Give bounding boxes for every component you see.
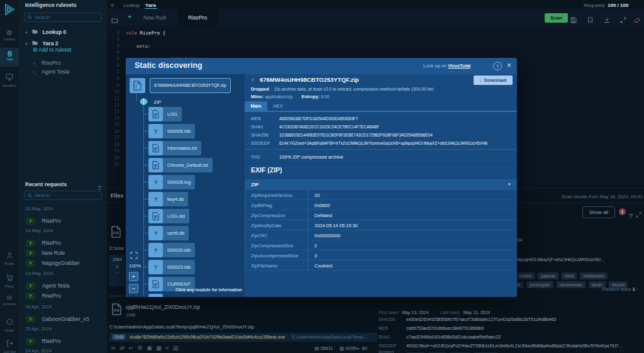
file-description: Dropped │ Zip archive data, at least v2.… xyxy=(251,87,513,91)
doc-icon: ▤ xyxy=(314,345,319,351)
add-to-ruleset-button[interactable]: ⊞ Add to ruleset xyxy=(33,47,71,53)
zoom-out-button[interactable]: − xyxy=(129,284,138,293)
hamburger-icon[interactable]: ≡ xyxy=(111,2,114,8)
tree-tick xyxy=(143,199,148,199)
process-row[interactable]: 3948 dca8e7825b85a9c21b5cb1290c98ca201b7… xyxy=(109,333,377,342)
download-button[interactable]: ↓Download xyxy=(474,76,513,85)
nav-tab-yara[interactable]: Yara xyxy=(145,3,156,8)
tree-node-partial[interactable] xyxy=(148,294,163,297)
tab-underline xyxy=(245,111,517,112)
sidebar-item-plans[interactable]: Plans xyxy=(0,272,19,288)
anyrun-logo-icon[interactable] xyxy=(3,3,16,19)
tab-hex[interactable]: HEX xyxy=(267,101,289,111)
exif-group-row[interactable]: ZIP ▾ xyxy=(245,179,517,190)
unknown-file-icon: ? xyxy=(148,226,163,240)
bookmark-icon[interactable] xyxy=(587,14,593,26)
tree-connector xyxy=(143,106,144,297)
sidebar-item-contacts[interactable]: ✉ Contacts xyxy=(0,294,19,306)
tree-node[interactable]: Chrome_Default.txt xyxy=(148,158,213,172)
download-icon[interactable] xyxy=(604,14,610,26)
rulesets-title: Intelligence rulesets xyxy=(25,2,77,8)
recent-item[interactable]: Y GaboonGrabber_v3 xyxy=(26,312,89,323)
hash-value: ee50e626049258556fb7f57aecf73d8da8e127f1… xyxy=(406,317,644,322)
sidebar-item-logout[interactable]: Log Out xyxy=(0,338,19,353)
show-all-button[interactable]: Show all xyxy=(582,206,615,218)
hash-label: MD5 xyxy=(379,326,388,330)
nav-tab-lookup[interactable]: Lookup xyxy=(123,3,140,8)
sidebar-item-sandbox[interactable]: Sandbox xyxy=(0,72,19,88)
tab-risepro[interactable]: RisePro xyxy=(177,9,218,26)
file-actions-toolbar[interactable]: ☠ ⇄ ↩ ⚙ ▣ ▦ × ▤ xyxy=(111,345,180,351)
doc-file-icon xyxy=(148,209,163,223)
recent-item[interactable]: Y RisePro xyxy=(26,214,61,225)
hash-value: A65D961BE7DFD182544D000D49DEB3F7 xyxy=(279,116,514,121)
sidebar-item-profile[interactable]: Profile xyxy=(0,250,19,266)
svg-text:EXE: EXE xyxy=(114,309,119,312)
tag[interactable]: purecrypter xyxy=(526,281,553,288)
process-name: dca8e7825b85a9c21b5cb1290c98ca201b7029fa… xyxy=(130,335,288,339)
alert-badge: 1 xyxy=(619,208,626,215)
filter-icon[interactable] xyxy=(628,210,634,221)
rule-row-agent-tesla[interactable]: >_ Agent Tesla xyxy=(33,65,69,76)
tab-main[interactable]: Main xyxy=(245,101,267,111)
recent-item[interactable]: Y NagogyGrabber xyxy=(26,256,80,267)
recent-item[interactable]: Y RisePro xyxy=(26,334,61,345)
tab-new-rule[interactable]: New Rule xyxy=(143,14,167,21)
unknown-file-icon: ? xyxy=(148,124,163,138)
truncated-path: C:\Use xyxy=(109,245,124,251)
sidebar-item-lookup[interactable]: ⚙ Lookup xyxy=(0,29,19,45)
help-icon[interactable]: ? xyxy=(493,62,502,70)
tree-node[interactable]: ? key4.db xyxy=(148,192,188,206)
close-icon[interactable]: × xyxy=(507,62,511,69)
hash-value: cab5753ac67d1db8aec38467913668b0 xyxy=(406,326,644,330)
tree-node[interactable]: ? cert9.db xyxy=(148,226,189,240)
tree-tick xyxy=(143,284,148,284)
tree-node[interactable]: ? 000026.log xyxy=(148,175,195,189)
related-tasks-link[interactable]: Related tasks 1 › xyxy=(602,286,638,292)
rulesets-search-input[interactable] xyxy=(35,14,98,20)
dropped-file-name[interactable]: cjq8hHw21jXoi_ZiX0DnoUY.zip xyxy=(126,304,200,310)
dropped-file-path: C:\Users\admin\AppData\Local\Temp\cjq8hH… xyxy=(109,324,374,330)
yara-badge: Y xyxy=(26,293,35,300)
folder-row-lookup[interactable]: ▾ Lookup 0 xyxy=(25,25,66,36)
tree-node[interactable]: information.txt xyxy=(148,141,201,155)
hash-value: 4CC81DB7A0811ECC1023C24CE79EC14F7ECAB48F xyxy=(279,125,514,129)
rulesets-search[interactable] xyxy=(24,13,102,22)
save-icon[interactable] xyxy=(570,14,577,26)
eraser-icon[interactable] xyxy=(634,14,641,26)
open-folder-icon[interactable] xyxy=(111,14,118,26)
recent-item[interactable]: Y RisePro xyxy=(26,289,61,300)
tree-tick xyxy=(143,233,148,233)
modal-title: Static discovering xyxy=(135,61,203,70)
scan-button[interactable]: Scan xyxy=(545,13,568,23)
hash-label: SHA1 xyxy=(251,124,264,130)
zoom-in-button[interactable]: + xyxy=(129,272,138,281)
exif-column-divider xyxy=(245,190,245,271)
process-card[interactable]: 2064 ☠ ‹— xyxy=(109,255,125,286)
files-section-title: Files xyxy=(111,193,124,199)
virustotal-link[interactable]: Look up on VirusTotal xyxy=(423,63,470,69)
tree-node[interactable]: ? 000020.ldb xyxy=(148,243,195,257)
stat-windows: ▥ 4295 xyxy=(340,345,356,351)
recent-search-input[interactable] xyxy=(35,193,98,198)
tree-node[interactable]: ? 000005.ldb xyxy=(148,124,195,138)
sidebar-item-yara[interactable]: {\} Yara xyxy=(0,48,19,67)
related-label: Related xyxy=(379,350,394,353)
sidebar-item-guide[interactable]: i Guide xyxy=(0,317,19,332)
tree-root-node[interactable]: 676MW4oUHH98CBTO253YTQF.zip xyxy=(130,78,231,93)
recent-date: 14 May, 2024 xyxy=(25,228,53,233)
tree-node[interactable]: ? 000023.ldb xyxy=(148,260,195,274)
monitor-icon xyxy=(0,72,19,83)
new-tab-plus-icon[interactable]: + xyxy=(128,13,131,20)
tree-node[interactable]: LOG.old xyxy=(148,209,189,223)
recent-title: Recent requests xyxy=(25,181,67,188)
hash-label: SSDEEP xyxy=(379,344,396,348)
expand-icon[interactable] xyxy=(636,209,641,220)
tag[interactable]: ransomware xyxy=(557,281,586,288)
chevron-down-icon: ▾ xyxy=(508,182,511,187)
fit-screen-icon[interactable] xyxy=(130,250,138,262)
expand-icon[interactable] xyxy=(620,14,626,26)
recent-search[interactable] xyxy=(24,191,102,200)
tree-node[interactable]: LOG xyxy=(148,107,182,121)
exif-row: ZipRequiredVersion 20 xyxy=(245,190,517,200)
